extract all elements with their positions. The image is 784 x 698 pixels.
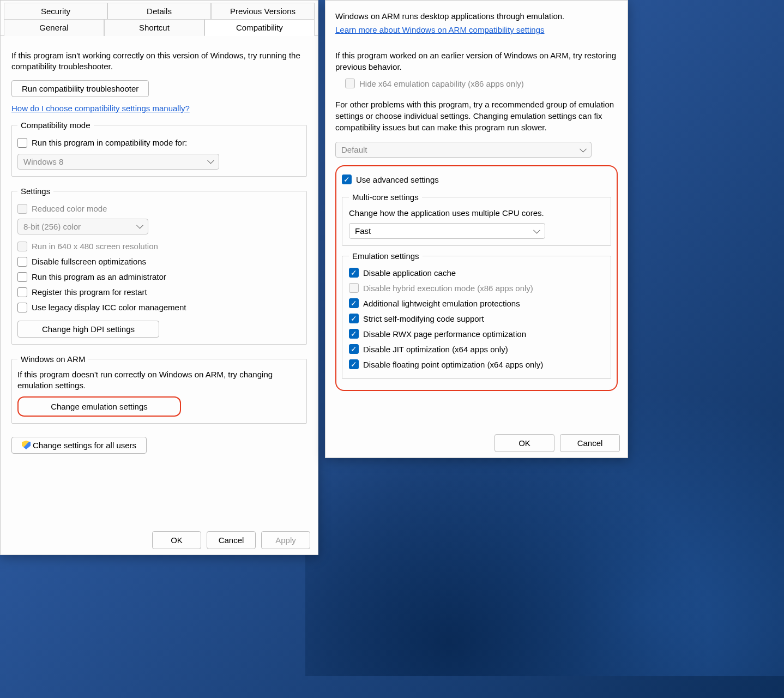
compatibility-mode-legend: Compatibility mode: [17, 121, 94, 130]
hide-x64-label: Hide x64 emulation capability (x86 apps …: [359, 79, 524, 88]
cancel-button[interactable]: Cancel: [207, 531, 256, 549]
tab-security[interactable]: Security: [4, 3, 107, 19]
strict-smc-label: Strict self-modifying code support: [363, 314, 484, 323]
run-640-label: Run in 640 x 480 screen resolution: [32, 242, 158, 251]
compatibility-tab-content: If this program isn't working correctly …: [1, 35, 318, 459]
register-restart-checkbox[interactable]: [17, 287, 27, 297]
cancel-button-right[interactable]: Cancel: [560, 434, 620, 452]
disable-hybrid-label: Disable hybrid execution mode (x86 apps …: [363, 284, 533, 293]
register-restart-label: Register this program for restart: [32, 287, 147, 297]
arm-desc: If this program doesn't run correctly on…: [17, 369, 301, 392]
multi-core-legend: Multi-core settings: [349, 192, 422, 202]
arm-intro-2: If this program worked on an earlier ver…: [335, 50, 618, 73]
emulation-settings-legend: Emulation settings: [349, 251, 423, 261]
compatibility-mode-group: Compatibility mode Run this program in c…: [11, 121, 307, 177]
disable-hybrid-checkbox: [349, 283, 359, 293]
multi-core-group: Multi-core settings Change how the appli…: [342, 192, 611, 246]
additional-protections-label: Additional lightweight emulation protect…: [363, 299, 520, 308]
arm-legend: Windows on ARM: [17, 354, 88, 364]
learn-more-link[interactable]: Learn more about Windows on ARM compatib…: [335, 25, 545, 34]
windows-on-arm-group: Windows on ARM If this program doesn't r…: [11, 354, 307, 424]
emulation-preset-value: Default: [341, 145, 367, 154]
arm-intro-1: Windows on ARM runs desktop applications…: [335, 10, 618, 22]
compat-mode-label: Run this program in compatibility mode f…: [32, 138, 187, 147]
run-admin-label: Run this program as an administrator: [32, 272, 166, 281]
disable-fullscreen-checkbox[interactable]: [17, 257, 27, 267]
tab-strip: Security Details Previous Versions Gener…: [1, 1, 318, 36]
emulation-settings-dialog: Windows on ARM runs desktop applications…: [325, 0, 628, 458]
tab-compatibility[interactable]: Compatibility: [204, 19, 315, 36]
dialog-footer-left: OK Cancel Apply: [1, 526, 318, 555]
properties-dialog: Security Details Previous Versions Gener…: [0, 0, 318, 555]
disable-cache-checkbox[interactable]: ✓: [349, 268, 359, 278]
legacy-icc-checkbox[interactable]: [17, 303, 27, 312]
disable-rwx-label: Disable RWX page performance optimizatio…: [363, 329, 526, 339]
advanced-settings-highlight: ✓ Use advanced settings Multi-core setti…: [335, 165, 618, 391]
change-all-users-button[interactable]: Change settings for all users: [11, 437, 147, 454]
run-troubleshooter-button[interactable]: Run compatibility troubleshooter: [11, 80, 149, 97]
disable-jit-checkbox[interactable]: ✓: [349, 344, 359, 354]
ok-button[interactable]: OK: [152, 531, 201, 549]
intro-text: If this program isn't working correctly …: [11, 50, 307, 73]
reduced-color-label: Reduced color mode: [32, 204, 107, 213]
hide-x64-checkbox: [345, 79, 355, 88]
change-emulation-settings-button[interactable]: Change emulation settings: [17, 396, 181, 417]
color-depth-select: 8-bit (256) color: [17, 219, 148, 234]
run-admin-checkbox[interactable]: [17, 272, 27, 282]
multi-core-select[interactable]: Fast: [349, 223, 545, 239]
legacy-icc-label: Use legacy display ICC color management: [32, 303, 186, 312]
multi-core-value: Fast: [355, 226, 371, 236]
change-high-dpi-button[interactable]: Change high DPI settings: [17, 321, 159, 338]
use-advanced-checkbox[interactable]: ✓: [342, 174, 352, 184]
use-advanced-label: Use advanced settings: [356, 175, 439, 184]
ok-button-right[interactable]: OK: [494, 434, 554, 452]
tab-general[interactable]: General: [4, 19, 104, 36]
multi-core-desc: Change how the application uses multiple…: [349, 208, 604, 218]
dialog-footer-right: OK Cancel: [325, 429, 628, 458]
disable-cache-label: Disable application cache: [363, 268, 456, 278]
tab-previous-versions[interactable]: Previous Versions: [211, 3, 315, 19]
compat-os-select[interactable]: Windows 8: [17, 154, 219, 170]
compat-os-value: Windows 8: [23, 157, 63, 166]
disable-fp-checkbox[interactable]: ✓: [349, 359, 359, 369]
run-640-checkbox: [17, 242, 27, 251]
manual-settings-link[interactable]: How do I choose compatibility settings m…: [11, 104, 190, 113]
disable-fp-label: Disable floating point optimization (x64…: [363, 360, 543, 369]
emulation-settings-group: Emulation settings ✓ Disable application…: [342, 251, 611, 379]
apply-button[interactable]: Apply: [261, 531, 310, 549]
emulation-preset-select: Default: [335, 142, 592, 158]
compat-mode-checkbox[interactable]: [17, 138, 27, 148]
change-all-users-label: Change settings for all users: [33, 441, 136, 450]
disable-jit-label: Disable JIT optimization (x64 apps only): [363, 345, 508, 354]
strict-smc-checkbox[interactable]: ✓: [349, 314, 359, 323]
disable-rwx-checkbox[interactable]: ✓: [349, 329, 359, 339]
tab-details[interactable]: Details: [107, 3, 211, 19]
tab-shortcut[interactable]: Shortcut: [104, 19, 204, 36]
shield-icon: [22, 441, 31, 449]
settings-legend: Settings: [17, 186, 53, 196]
settings-group: Settings Reduced color mode 8-bit (256) …: [11, 186, 307, 345]
reduced-color-checkbox: [17, 204, 27, 214]
additional-protections-checkbox[interactable]: ✓: [349, 298, 359, 308]
color-depth-value: 8-bit (256) color: [23, 222, 81, 231]
disable-fullscreen-label: Disable fullscreen optimizations: [32, 257, 146, 266]
arm-intro-3: For other problems with this program, tr…: [335, 99, 618, 133]
